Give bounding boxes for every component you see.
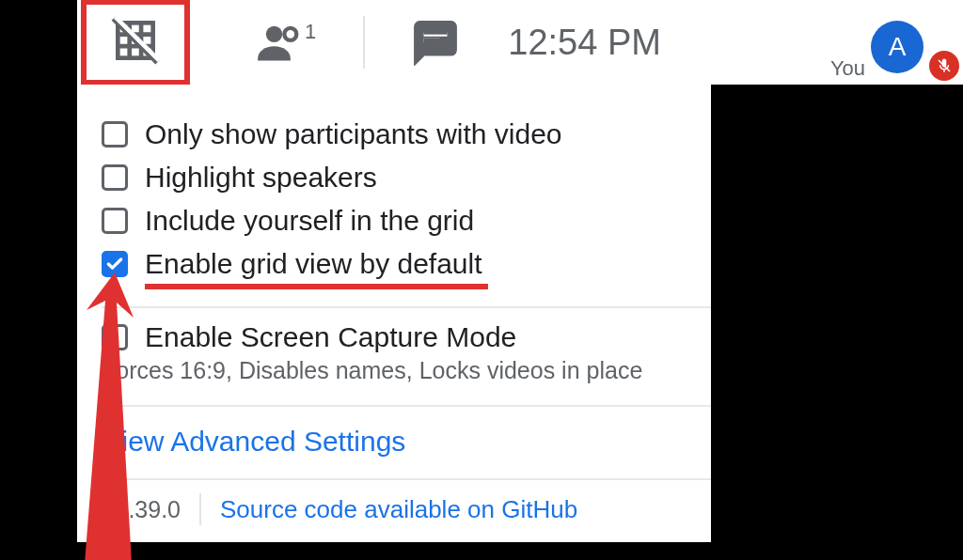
toolbar-divider	[363, 16, 365, 69]
advanced-settings-link[interactable]: View Advanced Settings	[103, 426, 405, 457]
avatar: A	[871, 21, 924, 73]
option-label: Include yourself in the grid	[145, 205, 474, 237]
settings-panel: Only show participants with video Highli…	[77, 85, 711, 542]
screen-capture-subtext: Forces 16:9, Disables names, Locks video…	[77, 357, 711, 384]
mic-muted-icon	[929, 51, 959, 81]
option-screen-capture[interactable]: Enable Screen Capture Mode	[77, 321, 711, 353]
clock-time: 12:54 PM	[508, 23, 661, 63]
divider	[102, 306, 711, 308]
checkbox-enable-default[interactable]	[102, 251, 128, 277]
divider	[102, 405, 711, 407]
participants-button[interactable]: 1	[256, 18, 316, 67]
you-label: You	[830, 56, 865, 81]
divider	[102, 478, 711, 480]
topbar: 1 12:54 PM You A	[77, 0, 963, 85]
footer-divider	[199, 493, 201, 525]
option-label: Highlight speakers	[145, 162, 377, 194]
self-tile: You A	[830, 21, 963, 85]
option-label: Only show participants with video	[145, 118, 562, 150]
checkbox-only-video[interactable]	[102, 121, 128, 148]
option-only-video[interactable]: Only show participants with video	[77, 113, 711, 156]
participant-count: 1	[305, 20, 316, 44]
chat-button[interactable]	[412, 19, 459, 66]
option-label: Enable Screen Capture Mode	[145, 321, 516, 353]
option-include-self[interactable]: Include yourself in the grid	[77, 199, 711, 242]
footer: v1.39.0 Source code available on GitHub	[77, 493, 711, 542]
checkbox-highlight[interactable]	[102, 164, 128, 191]
svg-point-8	[284, 28, 296, 40]
option-highlight-speakers[interactable]: Highlight speakers	[77, 156, 711, 199]
checkbox-include-self[interactable]	[102, 208, 128, 234]
checkbox-screen-capture[interactable]	[102, 324, 128, 350]
svg-point-7	[266, 26, 282, 42]
version-label: v1.39.0	[103, 496, 181, 523]
grid-view-highlight-box	[81, 0, 190, 86]
annotation-underline	[145, 284, 488, 289]
source-code-link[interactable]: Source code available on GitHub	[220, 495, 577, 524]
grid-off-icon[interactable]	[109, 14, 162, 70]
option-label: Enable grid view by default	[145, 248, 482, 280]
option-enable-default[interactable]: Enable grid view by default	[77, 242, 711, 286]
